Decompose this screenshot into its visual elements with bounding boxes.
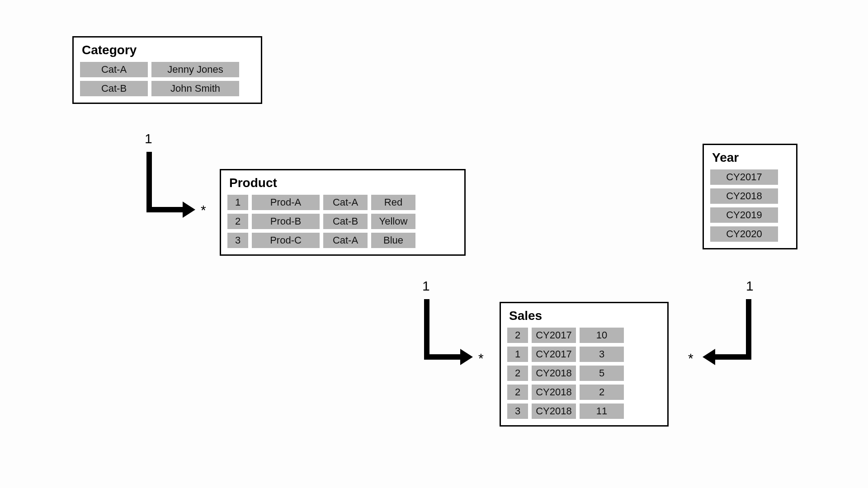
table-row: 2 CY2018 2 [507, 385, 661, 400]
table-row: CY2019 [710, 207, 790, 223]
cell: Yellow [371, 214, 415, 229]
cell: CY2018 [532, 404, 576, 419]
cell: Jenny Jones [151, 62, 239, 77]
entity-year: Year CY2017 CY2018 CY2019 CY2020 [703, 144, 797, 249]
table-row: CY2020 [710, 226, 790, 242]
cell: CY2018 [532, 385, 576, 400]
cell: Cat-A [323, 195, 368, 210]
cell: Cat-B [323, 214, 368, 229]
cell: CY2018 [710, 188, 778, 204]
cell: Red [371, 195, 415, 210]
table-row: CY2017 [710, 169, 790, 185]
table-row: 2 CY2017 10 [507, 328, 661, 343]
cardinality-label: * [478, 351, 484, 366]
cell: Prod-C [252, 233, 320, 248]
cell: Cat-A [80, 62, 148, 77]
cell: Blue [371, 233, 415, 248]
cell: 3 [227, 233, 248, 248]
entity-sales: Sales 2 CY2017 10 1 CY2017 3 2 CY2018 5 … [500, 302, 669, 427]
entity-year-title: Year [712, 150, 790, 165]
cell: CY2019 [710, 207, 778, 223]
table-row: 1 Prod-A Cat-A Red [227, 195, 458, 210]
cell: CY2017 [710, 169, 778, 185]
cell: CY2017 [532, 347, 576, 362]
table-row: 2 CY2018 5 [507, 366, 661, 381]
entity-category: Category Cat-A Jenny Jones Cat-B John Sm… [72, 36, 262, 104]
cell: 1 [507, 347, 528, 362]
table-row: 1 CY2017 3 [507, 347, 661, 362]
entity-sales-title: Sales [509, 309, 661, 323]
cell: CY2018 [532, 366, 576, 381]
cell: 3 [580, 347, 624, 362]
entity-product-rows: 1 Prod-A Cat-A Red 2 Prod-B Cat-B Yellow… [227, 195, 458, 248]
cell: Prod-B [252, 214, 320, 229]
table-row: 3 CY2018 11 [507, 404, 661, 419]
entity-sales-rows: 2 CY2017 10 1 CY2017 3 2 CY2018 5 2 CY20… [507, 328, 661, 419]
entity-product-title: Product [229, 176, 458, 190]
entity-category-rows: Cat-A Jenny Jones Cat-B John Smith [80, 62, 255, 96]
table-row: Cat-B John Smith [80, 81, 255, 96]
cardinality-label: 1 [746, 278, 754, 294]
cell: CY2020 [710, 226, 778, 242]
cell: CY2017 [532, 328, 576, 343]
table-row: 2 Prod-B Cat-B Yellow [227, 214, 458, 229]
cardinality-label: * [688, 351, 693, 366]
entity-year-rows: CY2017 CY2018 CY2019 CY2020 [710, 169, 790, 242]
cell: 2 [507, 366, 528, 381]
cell: 2 [227, 214, 248, 229]
cell: Cat-B [80, 81, 148, 96]
cell: John Smith [151, 81, 239, 96]
cell: 2 [507, 328, 528, 343]
cell: Prod-A [252, 195, 320, 210]
table-row: CY2018 [710, 188, 790, 204]
cardinality-label: 1 [422, 278, 430, 294]
cell: 1 [227, 195, 248, 210]
cardinality-label: 1 [145, 131, 152, 146]
cell: 10 [580, 328, 624, 343]
cell: 3 [507, 404, 528, 419]
cardinality-label: * [201, 202, 206, 218]
entity-product: Product 1 Prod-A Cat-A Red 2 Prod-B Cat-… [220, 169, 466, 256]
cell: 11 [580, 404, 624, 419]
cell: Cat-A [323, 233, 368, 248]
cell: 2 [580, 385, 624, 400]
table-row: Cat-A Jenny Jones [80, 62, 255, 77]
table-row: 3 Prod-C Cat-A Blue [227, 233, 458, 248]
cell: 2 [507, 385, 528, 400]
cell: 5 [580, 366, 624, 381]
entity-category-title: Category [82, 43, 255, 57]
